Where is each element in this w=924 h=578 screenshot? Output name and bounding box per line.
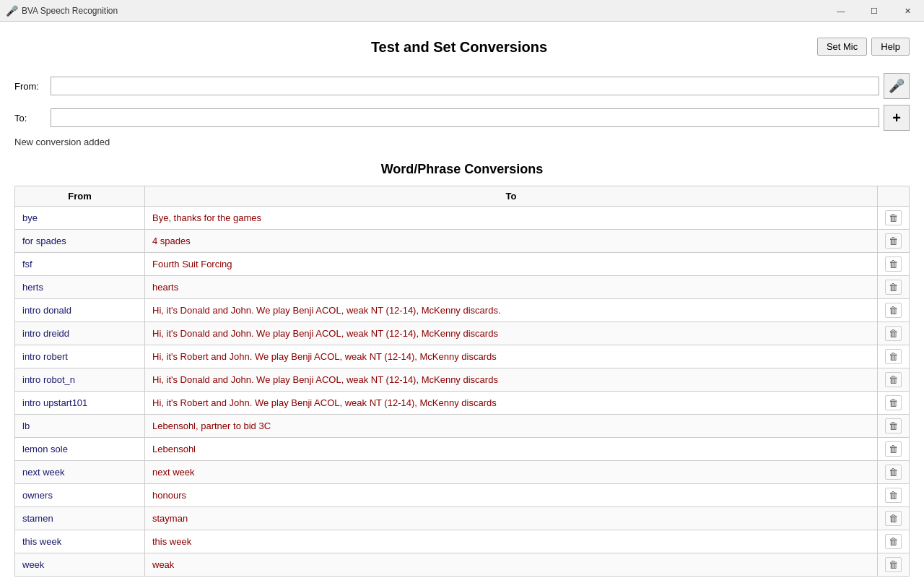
cell-to: Bye, thanks for the games: [145, 207, 878, 230]
cell-from: herts: [15, 276, 145, 299]
table-row: intro robot_nHi, it's Donald and John. W…: [15, 368, 910, 392]
table-row: next weeknext week🗑: [15, 461, 910, 484]
mic-icon: 🎤: [889, 78, 905, 94]
delete-button[interactable]: 🗑: [885, 465, 902, 480]
table-row: byeBye, thanks for the games🗑: [15, 207, 910, 230]
table-row: intro robertHi, it's Robert and John. We…: [15, 345, 910, 368]
titlebar: 🎤 BVA Speech Recognition — ☐ ✕: [0, 0, 924, 22]
table-row: intro donaldHi, it's Donald and John. We…: [15, 299, 910, 322]
cell-action: 🗑: [878, 207, 910, 230]
cell-action: 🗑: [878, 253, 910, 276]
cell-from: stamen: [15, 507, 145, 530]
header-title-section: Test and Set Conversions: [101, 33, 817, 61]
cell-to: honours: [145, 484, 878, 507]
table-row: fsfFourth Suit Forcing🗑: [15, 253, 910, 276]
delete-button[interactable]: 🗑: [885, 280, 902, 295]
cell-action: 🗑: [878, 507, 910, 530]
app-title: BVA Speech Recognition: [22, 6, 118, 16]
plus-icon: +: [892, 110, 901, 126]
cell-from: intro dreidd: [15, 322, 145, 345]
col-header-to: To: [145, 186, 878, 207]
help-button[interactable]: Help: [871, 38, 910, 56]
to-label: To:: [14, 113, 51, 124]
conversions-table: From To byeBye, thanks for the games🗑for…: [14, 186, 910, 577]
cell-action: 🗑: [878, 299, 910, 322]
add-conversion-button[interactable]: +: [884, 105, 910, 131]
table-row: ownershonours🗑: [15, 484, 910, 507]
cell-action: 🗑: [878, 322, 910, 345]
cell-to: next week: [145, 461, 878, 484]
delete-button[interactable]: 🗑: [885, 488, 902, 503]
delete-button[interactable]: 🗑: [885, 511, 902, 526]
cell-action: 🗑: [878, 392, 910, 415]
cell-action: 🗑: [878, 530, 910, 553]
cell-from: for spades: [15, 230, 145, 253]
set-mic-button[interactable]: Set Mic: [817, 38, 867, 56]
cell-to: Hi, it's Donald and John. We play Benji …: [145, 299, 878, 322]
delete-button[interactable]: 🗑: [885, 418, 902, 434]
table-row: this weekthis week🗑: [15, 530, 910, 553]
cell-to: Hi, it's Donald and John. We play Benji …: [145, 322, 878, 345]
cell-from: owners: [15, 484, 145, 507]
col-header-action: [878, 186, 910, 207]
cell-to: hearts: [145, 276, 878, 299]
cell-from: bye: [15, 207, 145, 230]
app-icon: 🎤: [6, 5, 17, 17]
cell-from: lb: [15, 415, 145, 438]
cell-to: Hi, it's Robert and John. We play Benji …: [145, 392, 878, 415]
cell-to: Lebensohl, partner to bid 3C: [145, 415, 878, 438]
maximize-button[interactable]: ☐: [858, 0, 891, 22]
cell-action: 🗑: [878, 368, 910, 392]
delete-button[interactable]: 🗑: [885, 326, 902, 341]
from-input[interactable]: [51, 77, 879, 95]
main-content: Test and Set Conversions Set Mic Help Fr…: [0, 22, 924, 578]
table-row: intro dreiddHi, it's Donald and John. We…: [15, 322, 910, 345]
cell-from: intro donald: [15, 299, 145, 322]
cell-to: Fourth Suit Forcing: [145, 253, 878, 276]
cell-to: Hi, it's Robert and John. We play Benji …: [145, 345, 878, 368]
delete-button[interactable]: 🗑: [885, 256, 902, 272]
close-button[interactable]: ✕: [891, 0, 924, 22]
table-row: weekweak🗑: [15, 553, 910, 577]
cell-to: Hi, it's Donald and John. We play Benji …: [145, 368, 878, 392]
table-title: Word/Phrase Conversions: [14, 162, 910, 177]
cell-from: next week: [15, 461, 145, 484]
table-row: stamenstayman🗑: [15, 507, 910, 530]
header-buttons: Set Mic Help: [817, 33, 910, 56]
delete-button[interactable]: 🗑: [885, 534, 902, 549]
cell-action: 🗑: [878, 484, 910, 507]
cell-action: 🗑: [878, 553, 910, 577]
delete-button[interactable]: 🗑: [885, 441, 902, 457]
cell-from: lemon sole: [15, 438, 145, 461]
minimize-button[interactable]: —: [824, 0, 858, 22]
cell-to: stayman: [145, 507, 878, 530]
table-row: for spades4 spades🗑: [15, 230, 910, 253]
cell-action: 🗑: [878, 461, 910, 484]
cell-to: weak: [145, 553, 878, 577]
mic-button[interactable]: 🎤: [884, 73, 910, 99]
cell-action: 🗑: [878, 345, 910, 368]
delete-button[interactable]: 🗑: [885, 372, 902, 387]
window-controls: — ☐ ✕: [824, 0, 924, 22]
table-row: intro upstart101Hi, it's Robert and John…: [15, 392, 910, 415]
delete-button[interactable]: 🗑: [885, 395, 902, 410]
table-row: lemon soleLebensohl🗑: [15, 438, 910, 461]
page-title: Test and Set Conversions: [101, 33, 817, 61]
header-area: Test and Set Conversions Set Mic Help: [14, 33, 910, 61]
delete-button[interactable]: 🗑: [885, 210, 902, 225]
delete-button[interactable]: 🗑: [885, 303, 902, 318]
cell-to: Lebensohl: [145, 438, 878, 461]
from-row: From: 🎤: [14, 73, 910, 99]
cell-action: 🗑: [878, 415, 910, 438]
to-input[interactable]: [51, 108, 879, 127]
cell-from: intro upstart101: [15, 392, 145, 415]
cell-from: intro robert: [15, 345, 145, 368]
delete-button[interactable]: 🗑: [885, 233, 902, 249]
cell-from: fsf: [15, 253, 145, 276]
delete-button[interactable]: 🗑: [885, 349, 902, 364]
cell-from: intro robot_n: [15, 368, 145, 392]
cell-to: this week: [145, 530, 878, 553]
status-message: New conversion added: [14, 137, 910, 147]
delete-button[interactable]: 🗑: [885, 557, 902, 572]
col-header-from: From: [15, 186, 145, 207]
